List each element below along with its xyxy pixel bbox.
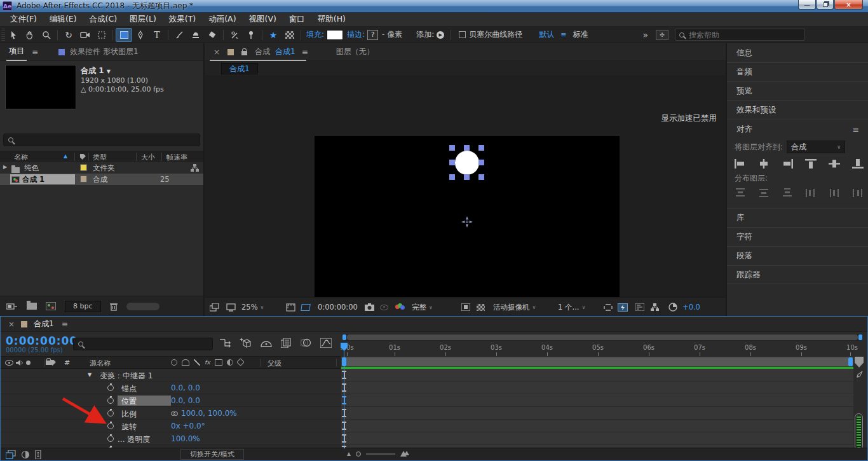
interpret-footage-icon[interactable] [6, 302, 18, 311]
timeline-zoom-control[interactable] [347, 451, 409, 457]
selected-name-cell[interactable]: 合成 1 [10, 174, 75, 184]
exposure-icon[interactable] [668, 298, 677, 317]
stopwatch-icon[interactable] [107, 385, 114, 391]
graph-editor-icon[interactable] [320, 338, 332, 348]
hand-tool[interactable] [22, 28, 38, 42]
menu-animation[interactable]: 动画(A) [202, 14, 242, 25]
property-row-rotation[interactable]: 旋转 0x +0.0° [1, 420, 341, 432]
tab-comp1[interactable]: 合成1 [275, 46, 295, 57]
sort-asc-icon[interactable]: ▲ [64, 153, 67, 159]
property-row-position[interactable]: 位置 0.0, 0.0 [1, 394, 341, 407]
toggle-switches-modes-button[interactable]: 切换开关/模式 [180, 449, 244, 460]
comp-mini-flowchart-icon[interactable] [219, 338, 231, 348]
selection-handle[interactable] [478, 174, 484, 180]
anchor-point-icon[interactable] [461, 216, 473, 228]
align-left-icon[interactable] [735, 159, 746, 169]
timeline-tab-close-icon[interactable]: × [8, 320, 15, 329]
comp-panel-menu-icon[interactable]: ≡ [302, 48, 308, 57]
col-name[interactable]: 名称 [14, 153, 28, 162]
distribute-vcenter-icon[interactable] [758, 188, 770, 198]
project-row-comp1[interactable]: 合成 1 合成 25 [0, 174, 203, 185]
eraser-tool[interactable] [204, 28, 220, 42]
help-search-input[interactable] [689, 31, 784, 39]
playhead-line[interactable] [344, 343, 344, 449]
panel-paragraph[interactable]: 段落 [727, 246, 868, 265]
stopwatch-icon[interactable] [107, 423, 114, 429]
comp-button-icon[interactable] [856, 371, 863, 378]
track-area[interactable] [341, 369, 853, 449]
comp-timecode[interactable]: 0:00:00:00 [318, 298, 358, 317]
panel-library[interactable]: 库 [727, 208, 868, 227]
scrollbar-left-cap[interactable] [342, 334, 346, 340]
link-dimensions-icon[interactable] [171, 411, 178, 416]
region-of-interest-icon[interactable] [301, 298, 310, 317]
help-search[interactable] [675, 29, 805, 41]
tab-project[interactable]: 项目 [6, 43, 27, 61]
align-hcenter-icon[interactable] [758, 159, 770, 169]
workspace-standard[interactable]: 标准 [573, 29, 588, 40]
menu-composition[interactable]: 合成(C) [83, 14, 123, 25]
draft-3d-icon[interactable] [240, 338, 252, 348]
parent-column[interactable]: 父级 [268, 359, 281, 368]
toolbar-overflow-icon[interactable]: » [643, 30, 649, 40]
col-size[interactable]: 大小 [141, 153, 155, 162]
menu-edit[interactable]: 编辑(E) [43, 14, 83, 25]
selection-handle[interactable] [449, 160, 455, 165]
expand-transfer-controls-icon[interactable] [21, 450, 31, 459]
panel-tracker[interactable]: 跟踪器 [727, 265, 868, 284]
tab-layer[interactable]: 图层（无） [336, 46, 374, 57]
shape-star-icon[interactable]: ★ [265, 28, 281, 42]
solo-column-icon[interactable] [26, 361, 31, 365]
selection-tool[interactable] [5, 28, 22, 42]
selection-handle[interactable] [478, 160, 484, 165]
comp-name-twirl-icon[interactable]: ▼ [107, 69, 111, 74]
ellipse-shape[interactable] [455, 151, 479, 175]
scrollbar-right-cap[interactable] [858, 334, 862, 340]
workspace-settings-icon[interactable]: ✣ [656, 30, 668, 40]
menu-file[interactable]: 文件(F) [4, 14, 43, 25]
tab-effect-controls[interactable]: 效果控件 形状图层1 [70, 46, 138, 57]
group-row-transform-repeater[interactable]: ▼ 变换：中继器 1 [1, 369, 341, 382]
stopwatch-icon[interactable] [107, 397, 114, 404]
exposure-value[interactable]: +0.0 [682, 298, 700, 317]
rulers-icon[interactable] [286, 298, 295, 317]
property-value[interactable]: 0x +0.0° [171, 422, 205, 430]
timeline-tab-comp1[interactable]: 合成1 [34, 319, 54, 329]
comp-flowchart-icon[interactable] [651, 298, 659, 317]
shape-tool-rectangle[interactable] [116, 28, 132, 42]
col-type[interactable]: 类型 [93, 153, 107, 162]
rotate-tool[interactable]: ↻ [60, 28, 77, 42]
align-top-icon[interactable] [805, 159, 817, 169]
distribute-bottom-icon[interactable] [782, 188, 793, 198]
target-region-icon[interactable] [461, 298, 470, 317]
magnification-dropdown[interactable]: 25%∨ [241, 298, 264, 317]
selected-property-label[interactable]: 位置 [118, 396, 171, 406]
panel-align[interactable]: 对齐≡ [727, 120, 868, 139]
work-area-end-handle[interactable] [848, 357, 853, 366]
camera-tool[interactable] [77, 28, 93, 42]
minimize-button[interactable]: — [798, 0, 816, 10]
zoom-in-mountain-icon[interactable] [400, 451, 409, 457]
property-value[interactable]: 0.0, 0.0 [171, 383, 200, 392]
close-button[interactable]: × [834, 0, 863, 10]
distribute-left-icon[interactable] [805, 188, 817, 198]
bit-depth-button[interactable]: 8 bpc [65, 301, 101, 312]
number-column[interactable]: # [64, 359, 70, 367]
menu-window[interactable]: 窗口 [283, 14, 311, 25]
breadcrumb-comp1[interactable]: 合成1 [221, 63, 258, 74]
align-vcenter-icon[interactable] [829, 159, 840, 169]
timeline-panel-menu-icon[interactable]: ≡ [62, 320, 68, 329]
zoom-out-mountain-icon[interactable] [347, 452, 351, 456]
panel-info[interactable]: 信息 [727, 43, 868, 62]
property-value[interactable]: 0.0, 0.0 [171, 396, 200, 405]
camera-dropdown[interactable]: 活动摄像机∨ [493, 298, 536, 317]
comp-marker-well[interactable] [855, 357, 864, 368]
property-row-opacity[interactable]: ... 透明度 100.0% [1, 432, 341, 445]
text-tool[interactable]: T [149, 28, 165, 42]
bezier-path-checkbox[interactable] [459, 31, 466, 38]
channels-icon[interactable] [395, 298, 405, 317]
align-right-icon[interactable] [782, 159, 793, 169]
project-horizontal-scrollbar[interactable] [126, 303, 159, 310]
new-composition-icon[interactable] [46, 302, 56, 310]
align-to-dropdown[interactable]: 合成∨ [787, 141, 845, 153]
